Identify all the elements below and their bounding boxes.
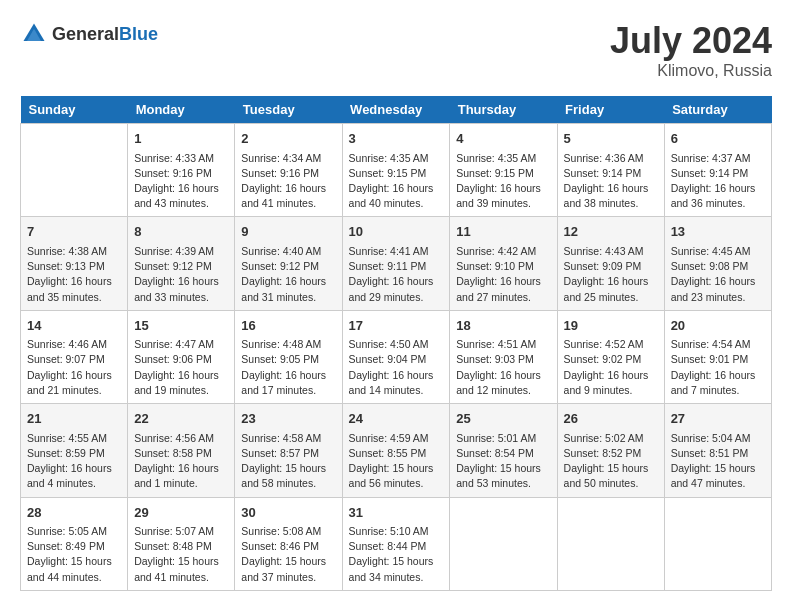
calendar-cell: 29Sunrise: 5:07 AM Sunset: 8:48 PM Dayli… [128,497,235,590]
cell-sun-info: Sunrise: 4:35 AM Sunset: 9:15 PM Dayligh… [456,151,550,212]
cell-sun-info: Sunrise: 4:40 AM Sunset: 9:12 PM Dayligh… [241,244,335,305]
day-number: 15 [134,316,228,336]
cell-sun-info: Sunrise: 5:02 AM Sunset: 8:52 PM Dayligh… [564,431,658,492]
calendar-cell: 20Sunrise: 4:54 AM Sunset: 9:01 PM Dayli… [664,310,771,403]
day-number: 4 [456,129,550,149]
calendar-cell: 12Sunrise: 4:43 AM Sunset: 9:09 PM Dayli… [557,217,664,310]
day-number: 6 [671,129,765,149]
calendar-cell: 7Sunrise: 4:38 AM Sunset: 9:13 PM Daylig… [21,217,128,310]
calendar-week-row: 21Sunrise: 4:55 AM Sunset: 8:59 PM Dayli… [21,404,772,497]
logo-icon [20,20,48,48]
cell-sun-info: Sunrise: 5:05 AM Sunset: 8:49 PM Dayligh… [27,524,121,585]
day-number: 17 [349,316,444,336]
calendar-cell: 17Sunrise: 4:50 AM Sunset: 9:04 PM Dayli… [342,310,450,403]
day-header-sunday: Sunday [21,96,128,124]
calendar-cell: 15Sunrise: 4:47 AM Sunset: 9:06 PM Dayli… [128,310,235,403]
calendar-cell: 16Sunrise: 4:48 AM Sunset: 9:05 PM Dayli… [235,310,342,403]
calendar-title: July 2024 [610,20,772,62]
day-number: 7 [27,222,121,242]
logo: GeneralBlue [20,20,158,48]
day-number: 2 [241,129,335,149]
calendar-cell: 31Sunrise: 5:10 AM Sunset: 8:44 PM Dayli… [342,497,450,590]
day-number: 22 [134,409,228,429]
day-number: 9 [241,222,335,242]
cell-sun-info: Sunrise: 5:08 AM Sunset: 8:46 PM Dayligh… [241,524,335,585]
calendar-cell: 26Sunrise: 5:02 AM Sunset: 8:52 PM Dayli… [557,404,664,497]
page-header: GeneralBlue July 2024 Klimovo, Russia [20,20,772,80]
cell-sun-info: Sunrise: 4:41 AM Sunset: 9:11 PM Dayligh… [349,244,444,305]
cell-sun-info: Sunrise: 4:58 AM Sunset: 8:57 PM Dayligh… [241,431,335,492]
logo-general: GeneralBlue [52,24,158,45]
cell-sun-info: Sunrise: 4:34 AM Sunset: 9:16 PM Dayligh… [241,151,335,212]
cell-sun-info: Sunrise: 4:46 AM Sunset: 9:07 PM Dayligh… [27,337,121,398]
calendar-cell: 10Sunrise: 4:41 AM Sunset: 9:11 PM Dayli… [342,217,450,310]
day-number: 27 [671,409,765,429]
calendar-cell: 11Sunrise: 4:42 AM Sunset: 9:10 PM Dayli… [450,217,557,310]
calendar-cell: 23Sunrise: 4:58 AM Sunset: 8:57 PM Dayli… [235,404,342,497]
day-number: 20 [671,316,765,336]
day-number: 3 [349,129,444,149]
calendar-cell: 28Sunrise: 5:05 AM Sunset: 8:49 PM Dayli… [21,497,128,590]
calendar-location: Klimovo, Russia [610,62,772,80]
cell-sun-info: Sunrise: 4:47 AM Sunset: 9:06 PM Dayligh… [134,337,228,398]
cell-sun-info: Sunrise: 4:35 AM Sunset: 9:15 PM Dayligh… [349,151,444,212]
cell-sun-info: Sunrise: 5:07 AM Sunset: 8:48 PM Dayligh… [134,524,228,585]
day-number: 24 [349,409,444,429]
day-number: 19 [564,316,658,336]
calendar-cell: 21Sunrise: 4:55 AM Sunset: 8:59 PM Dayli… [21,404,128,497]
cell-sun-info: Sunrise: 4:55 AM Sunset: 8:59 PM Dayligh… [27,431,121,492]
day-number: 8 [134,222,228,242]
day-number: 21 [27,409,121,429]
cell-sun-info: Sunrise: 4:45 AM Sunset: 9:08 PM Dayligh… [671,244,765,305]
day-number: 30 [241,503,335,523]
cell-sun-info: Sunrise: 4:56 AM Sunset: 8:58 PM Dayligh… [134,431,228,492]
calendar-week-row: 28Sunrise: 5:05 AM Sunset: 8:49 PM Dayli… [21,497,772,590]
day-number: 31 [349,503,444,523]
calendar-cell [664,497,771,590]
day-number: 23 [241,409,335,429]
cell-sun-info: Sunrise: 5:04 AM Sunset: 8:51 PM Dayligh… [671,431,765,492]
day-number: 13 [671,222,765,242]
day-header-tuesday: Tuesday [235,96,342,124]
calendar-cell [557,497,664,590]
day-header-thursday: Thursday [450,96,557,124]
day-number: 25 [456,409,550,429]
cell-sun-info: Sunrise: 4:54 AM Sunset: 9:01 PM Dayligh… [671,337,765,398]
calendar-cell: 8Sunrise: 4:39 AM Sunset: 9:12 PM Daylig… [128,217,235,310]
cell-sun-info: Sunrise: 4:59 AM Sunset: 8:55 PM Dayligh… [349,431,444,492]
calendar-week-row: 1Sunrise: 4:33 AM Sunset: 9:16 PM Daylig… [21,124,772,217]
cell-sun-info: Sunrise: 4:39 AM Sunset: 9:12 PM Dayligh… [134,244,228,305]
calendar-cell: 22Sunrise: 4:56 AM Sunset: 8:58 PM Dayli… [128,404,235,497]
day-number: 10 [349,222,444,242]
days-header-row: SundayMondayTuesdayWednesdayThursdayFrid… [21,96,772,124]
calendar-table: SundayMondayTuesdayWednesdayThursdayFrid… [20,96,772,591]
cell-sun-info: Sunrise: 4:38 AM Sunset: 9:13 PM Dayligh… [27,244,121,305]
cell-sun-info: Sunrise: 5:01 AM Sunset: 8:54 PM Dayligh… [456,431,550,492]
cell-sun-info: Sunrise: 4:52 AM Sunset: 9:02 PM Dayligh… [564,337,658,398]
day-number: 29 [134,503,228,523]
calendar-cell: 18Sunrise: 4:51 AM Sunset: 9:03 PM Dayli… [450,310,557,403]
calendar-cell: 9Sunrise: 4:40 AM Sunset: 9:12 PM Daylig… [235,217,342,310]
cell-sun-info: Sunrise: 5:10 AM Sunset: 8:44 PM Dayligh… [349,524,444,585]
calendar-cell: 19Sunrise: 4:52 AM Sunset: 9:02 PM Dayli… [557,310,664,403]
calendar-cell: 5Sunrise: 4:36 AM Sunset: 9:14 PM Daylig… [557,124,664,217]
cell-sun-info: Sunrise: 4:50 AM Sunset: 9:04 PM Dayligh… [349,337,444,398]
day-number: 18 [456,316,550,336]
day-number: 5 [564,129,658,149]
day-header-friday: Friday [557,96,664,124]
day-number: 26 [564,409,658,429]
day-header-saturday: Saturday [664,96,771,124]
calendar-cell [21,124,128,217]
cell-sun-info: Sunrise: 4:36 AM Sunset: 9:14 PM Dayligh… [564,151,658,212]
calendar-cell: 30Sunrise: 5:08 AM Sunset: 8:46 PM Dayli… [235,497,342,590]
calendar-cell: 24Sunrise: 4:59 AM Sunset: 8:55 PM Dayli… [342,404,450,497]
calendar-cell: 27Sunrise: 5:04 AM Sunset: 8:51 PM Dayli… [664,404,771,497]
day-header-monday: Monday [128,96,235,124]
cell-sun-info: Sunrise: 4:42 AM Sunset: 9:10 PM Dayligh… [456,244,550,305]
cell-sun-info: Sunrise: 4:33 AM Sunset: 9:16 PM Dayligh… [134,151,228,212]
day-number: 1 [134,129,228,149]
cell-sun-info: Sunrise: 4:43 AM Sunset: 9:09 PM Dayligh… [564,244,658,305]
calendar-cell: 25Sunrise: 5:01 AM Sunset: 8:54 PM Dayli… [450,404,557,497]
calendar-cell [450,497,557,590]
day-number: 11 [456,222,550,242]
